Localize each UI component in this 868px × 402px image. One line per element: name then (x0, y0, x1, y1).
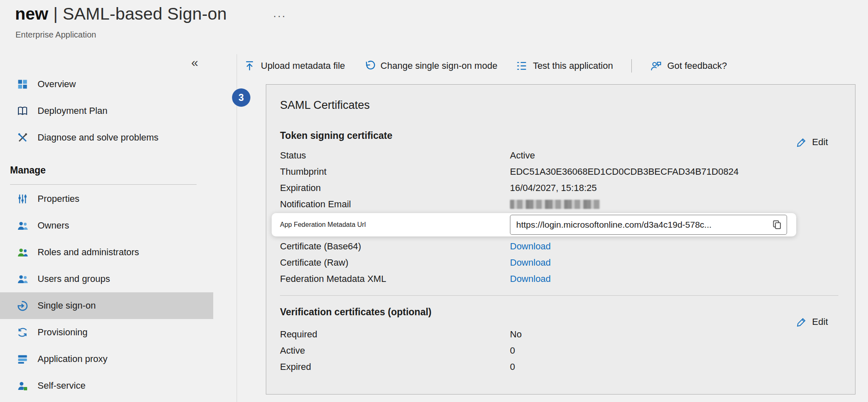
row-label: Notification Email (280, 199, 510, 210)
provisioning-icon (17, 327, 28, 338)
toolbar-item-label: Upload metadata file (261, 60, 345, 71)
sidebar-item-label: Overview (38, 79, 76, 90)
row-value: 16/04/2027, 15:18:25 (510, 183, 597, 193)
row-label: Certificate (Raw) (280, 257, 510, 268)
row-label: Expired (280, 362, 510, 372)
row-value: 0 (510, 345, 515, 356)
toolbar-divider (631, 59, 632, 73)
header-overflow-menu-button[interactable]: ··· (270, 9, 289, 23)
download-metadata-xml-link[interactable]: Download (510, 274, 551, 284)
row-value: Active (510, 150, 535, 161)
token-signing-certificate-section: Token signing certificate Edit Status Ac… (280, 130, 838, 287)
card-title: SAML Certificates (280, 99, 838, 112)
page-title: new | SAML-based Sign-on (15, 4, 227, 24)
row-label: Federation Metadata XML (280, 274, 510, 284)
sidebar-item-label: Owners (38, 220, 69, 231)
sidebar-content-divider (237, 54, 237, 402)
roles-icon (17, 246, 28, 258)
row-label: Certificate (Base64) (280, 241, 510, 252)
single-sign-on-icon (17, 300, 28, 312)
section-title: Token signing certificate (280, 130, 838, 141)
sidebar: « Overview Deployment Plan Diagnose and … (0, 54, 213, 402)
sidebar-item-label: Application proxy (38, 354, 108, 364)
got-feedback-button[interactable]: Got feedback? (650, 60, 727, 72)
edit-token-certificate-button[interactable]: Edit (796, 137, 828, 148)
row-label: App Federation Metadata Url (280, 221, 510, 229)
sidebar-item-application-proxy[interactable]: Application proxy (0, 346, 213, 372)
sidebar-item-self-service[interactable]: Self-service (0, 372, 213, 399)
verification-certificates-section: Verification certificates (optional) Edi… (280, 295, 838, 375)
saml-certificates-card: SAML Certificates Token signing certific… (266, 84, 855, 394)
sidebar-item-label: Provisioning (38, 327, 88, 338)
sidebar-item-single-sign-on[interactable]: Single sign-on (0, 292, 213, 319)
feedback-icon (650, 60, 662, 72)
redacted-email-value (510, 200, 600, 209)
sidebar-item-deployment-plan[interactable]: Deployment Plan (0, 98, 213, 124)
app-federation-metadata-url-input[interactable]: https://login.microsoftonline.com/d3a4c1… (510, 215, 787, 235)
step-number-badge: 3 (232, 88, 250, 107)
command-bar: Upload metadata file Change single sign-… (244, 55, 727, 77)
download-raw-link[interactable]: Download (510, 257, 551, 268)
sidebar-item-label: Self-service (38, 380, 86, 391)
edit-label: Edit (812, 137, 828, 148)
pencil-icon (796, 317, 807, 327)
sidebar-divider (10, 184, 197, 185)
table-row-certificate-base64: Certificate (Base64) Download (280, 238, 838, 254)
row-label: Active (280, 345, 510, 356)
sidebar-collapse-button[interactable]: « (189, 56, 201, 69)
app-name: new (15, 4, 48, 24)
sidebar-item-label: Single sign-on (38, 300, 96, 311)
upload-metadata-file-button[interactable]: Upload metadata file (244, 60, 345, 72)
sidebar-item-users-groups[interactable]: Users and groups (0, 266, 213, 292)
sidebar-item-overview[interactable]: Overview (0, 71, 213, 98)
table-row-expiration: Expiration 16/04/2027, 15:18:25 (280, 180, 838, 196)
toolbar-item-label: Got feedback? (667, 60, 727, 71)
row-value: No (510, 329, 522, 340)
self-service-icon (17, 380, 28, 392)
row-value: EDC51A30E36068ED1CD0CDB3BECFAD34B71D0824 (510, 166, 739, 177)
metadata-url-value: https://login.microsoftonline.com/d3a4c1… (516, 220, 767, 230)
section-title: Verification certificates (optional) (280, 307, 838, 318)
sidebar-item-diagnose[interactable]: Diagnose and solve problems (0, 124, 213, 151)
deployment-plan-icon (17, 105, 28, 117)
sidebar-collapse-row: « (0, 54, 213, 71)
sidebar-item-owners[interactable]: Owners (0, 212, 213, 239)
sidebar-section-manage: Manage (0, 151, 213, 182)
properties-icon (17, 193, 28, 205)
toolbar-item-label: Test this application (533, 60, 613, 71)
row-label: Status (280, 150, 510, 161)
toolbar-item-label: Change single sign-on mode (381, 60, 497, 71)
diagnose-icon (17, 132, 28, 143)
sidebar-item-roles-administrators[interactable]: Roles and administrators (0, 239, 213, 266)
sidebar-item-label: Diagnose and solve problems (38, 132, 159, 143)
change-sso-mode-button[interactable]: Change single sign-on mode (363, 60, 497, 72)
table-row-expired: Expired 0 (280, 359, 838, 375)
row-value: 0 (510, 362, 515, 372)
blade-title: | SAML-based Sign-on (53, 4, 227, 24)
page-header: new | SAML-based Sign-on ··· Enterprise … (0, 0, 868, 54)
table-row-required: Required No (280, 326, 838, 342)
download-base64-link[interactable]: Download (510, 241, 551, 252)
overview-icon (17, 78, 28, 90)
edit-verification-certificates-button[interactable]: Edit (796, 317, 828, 327)
table-row-active: Active 0 (280, 342, 838, 359)
sidebar-item-provisioning[interactable]: Provisioning (0, 319, 213, 346)
test-application-button[interactable]: Test this application (516, 60, 613, 72)
pencil-icon (796, 137, 807, 148)
undo-icon (363, 60, 375, 72)
sidebar-item-properties[interactable]: Properties (0, 186, 213, 212)
checklist-icon (516, 60, 527, 72)
users-groups-icon (17, 273, 28, 285)
row-label: Required (280, 329, 510, 340)
row-label: Expiration (280, 183, 510, 193)
app-federation-metadata-url-row: App Federation Metadata Url https://logi… (272, 213, 796, 236)
copy-icon[interactable] (772, 219, 782, 230)
table-row-thumbprint: Thumbprint EDC51A30E36068ED1CD0CDB3BECFA… (280, 163, 838, 180)
upload-icon (244, 60, 255, 72)
sidebar-item-label: Users and groups (38, 274, 110, 284)
sidebar-item-label: Deployment Plan (38, 106, 108, 116)
owners-icon (17, 220, 28, 231)
table-row-certificate-raw: Certificate (Raw) Download (280, 254, 838, 271)
sidebar-item-label: Roles and administrators (38, 247, 139, 258)
sidebar-item-label: Properties (38, 193, 79, 204)
